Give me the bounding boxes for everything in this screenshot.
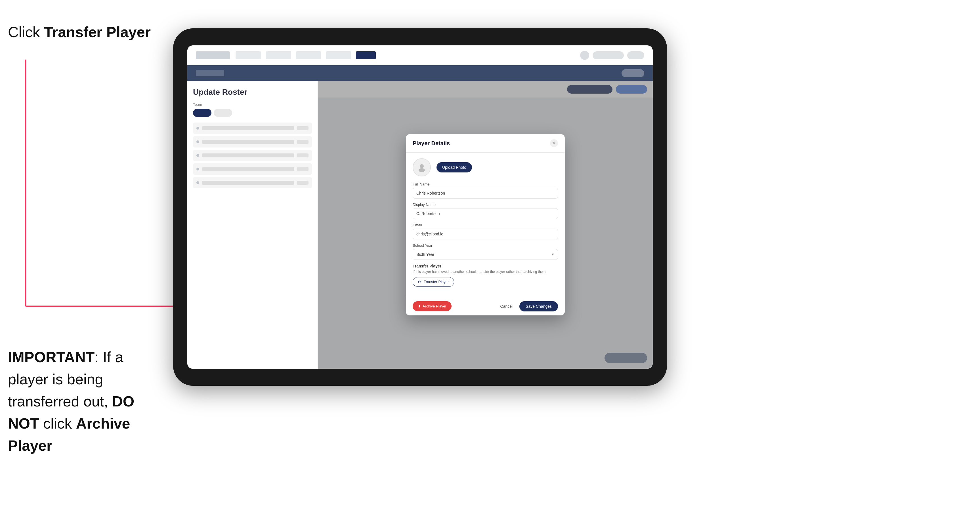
nav-item-1[interactable] [235,51,261,59]
transfer-icon: ⟳ [418,280,422,284]
modal-body: Upload Photo Full Name Display Name [406,152,565,297]
right-area: Player Details × [318,81,653,369]
nav-secondary-btn[interactable] [627,51,644,59]
player-dot [196,140,199,143]
avatar-placeholder [413,158,431,176]
player-dot [196,154,199,157]
full-name-input[interactable] [413,188,558,198]
upload-photo-button[interactable]: Upload Photo [436,162,472,173]
nav-items [235,51,574,59]
archive-player-button[interactable]: ⬇ Archive Player [413,301,452,311]
nav-action-btn[interactable] [593,51,624,59]
sub-nav-item-1[interactable] [196,70,224,76]
player-list-item[interactable] [193,136,312,148]
transfer-section: Transfer Player If this player has moved… [413,264,558,287]
email-label: Email [413,223,558,227]
nav-item-4[interactable] [326,51,352,59]
instruction-important: IMPORTANT [8,349,94,365]
player-name-bar [202,167,294,171]
player-dot [196,168,199,170]
modal-header: Player Details × [406,134,565,152]
player-list-item[interactable] [193,163,312,175]
player-name-bar [202,126,294,130]
save-changes-button[interactable]: Save Changes [519,301,558,311]
display-name-group: Display Name [413,203,558,219]
modal-footer: ⬇ Archive Player Cancel Save Changes [406,297,565,316]
filter-label: Team [193,102,312,106]
svg-point-3 [420,164,424,168]
instruction-bottom: IMPORTANT: If a player is being transfer… [8,346,167,457]
nav-item-active[interactable] [356,51,376,59]
school-year-select-wrapper: Sixth Year ▼ [413,249,558,260]
player-stat [297,140,309,144]
player-list-item[interactable] [193,150,312,161]
email-group: Email [413,223,558,240]
nav-right [580,51,644,60]
player-stat [297,126,309,130]
update-roster-title: Update Roster [193,88,312,97]
email-input[interactable] [413,229,558,240]
player-list-item[interactable] [193,122,312,134]
player-name-bar [202,154,294,157]
user-avatar[interactable] [580,51,589,60]
player-dot [196,127,199,130]
school-year-group: School Year Sixth Year ▼ [413,243,558,260]
school-year-select[interactable]: Sixth Year [413,249,558,260]
filter-all[interactable] [193,109,212,117]
school-year-label: School Year [413,243,558,248]
transfer-section-description: If this player has moved to another scho… [413,270,558,274]
sub-nav-btn[interactable] [622,69,644,77]
player-details-modal: Player Details × [406,134,565,316]
nav-item-3[interactable] [296,51,321,59]
player-list-item[interactable] [193,177,312,188]
left-panel: Update Roster Team [187,81,318,369]
player-name-bar [202,181,294,185]
player-name-bar [202,140,294,144]
cancel-button[interactable]: Cancel [496,301,517,311]
instruction-bold: Transfer Player [44,24,151,40]
photo-section: Upload Photo [413,158,558,176]
transfer-section-title: Transfer Player [413,264,558,268]
full-name-label: Full Name [413,182,558,186]
tablet-device: Update Roster Team [173,29,667,386]
archive-icon: ⬇ [418,304,421,308]
content-area: Update Roster Team [187,81,653,369]
modal-overlay: Player Details × [318,81,653,369]
nav-item-2[interactable] [266,51,291,59]
player-stat [297,154,309,157]
player-stat [297,167,309,171]
app-logo [196,51,230,59]
transfer-player-button[interactable]: ⟳ Transfer Player [413,277,454,287]
archive-btn-label: Archive Player [423,304,446,308]
modal-title: Player Details [413,140,450,147]
instruction-prefix: Click [8,24,44,40]
tablet-screen: Update Roster Team [187,45,653,369]
filter-pills [193,109,312,117]
top-nav [187,45,653,65]
transfer-btn-label: Transfer Player [424,280,449,284]
instruction-top: Click Transfer Player [8,23,151,42]
modal-close-button[interactable]: × [550,139,558,147]
display-name-input[interactable] [413,208,558,219]
player-dot [196,181,199,184]
filter-option[interactable] [214,109,232,117]
display-name-label: Display Name [413,203,558,207]
full-name-group: Full Name [413,182,558,198]
instruction-line2-rest: click [39,415,76,432]
player-stat [297,181,309,185]
svg-point-4 [418,168,425,172]
sub-nav [187,65,653,81]
